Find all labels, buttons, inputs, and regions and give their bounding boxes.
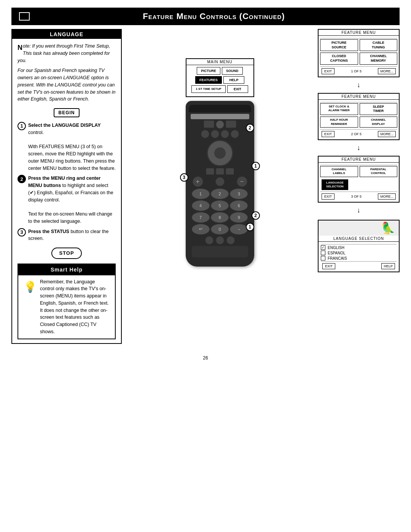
step-1-content: Select the LANGUAGE DISPLAY control. Wit… xyxy=(28,122,116,172)
overlay-num-3: 3 xyxy=(180,173,188,182)
menu-screen-1-content: PICTURESOURCE CABLETUNING CLOSEDCAPTIONS… xyxy=(319,36,399,77)
menu-divider-3b xyxy=(320,192,397,192)
remote-btn-2 xyxy=(226,120,236,128)
step-2: 2 Press the MENU ring and center MENU bu… xyxy=(18,175,116,225)
remote-vol-up: + xyxy=(193,176,203,187)
remote-num-3: 3 xyxy=(230,189,248,199)
remote-nav-ring xyxy=(207,140,233,166)
remote-top xyxy=(189,105,251,112)
remote-control: + − 1 2 3 4 5 6 7 8 xyxy=(186,101,254,267)
bird-decoration: 🦜 xyxy=(319,220,399,236)
arrow-down-1: ↓ xyxy=(318,81,400,89)
menu-divider-1a xyxy=(320,38,397,38)
menu-screen-1-footer: EXIT 1 OF 5 MORE... xyxy=(320,67,397,75)
overlay-num-2-top: 2 xyxy=(246,124,254,132)
step-3: 3 Press the STATUS button to clear the s… xyxy=(18,228,116,243)
menu-item-parental-control: PARENTALCONTROL xyxy=(360,166,398,177)
main-content: LANGUAGE Note: If you went through First… xyxy=(11,29,400,344)
drop-cap: N xyxy=(18,43,22,53)
divider-line-3a xyxy=(320,165,397,165)
language-selection-screen: 🦜 LANGUAGE SELECTION ENGLISH ESPANOL xyxy=(318,220,400,272)
remote-s-btn-2 xyxy=(216,168,224,175)
main-menu-btn-picture: PICTURE xyxy=(197,67,220,75)
menu-screen-1-row-2: CLOSEDCAPTIONS CHANNELMEMORY xyxy=(320,53,397,64)
remote-extra-btn xyxy=(226,236,235,244)
right-panel: FEATURE MENU PICTURESOURCE CABLETUNING C… xyxy=(318,29,400,272)
menu-2-page-num: 2 OF 5 xyxy=(351,132,362,136)
menu-screen-1: FEATURE MENU PICTURESOURCE CABLETUNING C… xyxy=(318,29,400,77)
menu-screen-3-row-2: LANGUAGESELECTION xyxy=(320,179,397,191)
main-menu-btn-exit: EXIT xyxy=(227,85,248,93)
note-text: Note: If you went through First Time Set… xyxy=(18,43,116,64)
left-panel-content: Note: If you went through First Time Set… xyxy=(12,39,121,343)
step-1-num: 1 xyxy=(18,122,26,130)
remote-num-6: 6 xyxy=(230,200,248,211)
lang-screen-footer: EXIT HELP xyxy=(321,262,397,270)
smart-help-content: 💡 Remember, the Language control only ma… xyxy=(18,275,115,339)
remote-small-btn-row xyxy=(189,168,251,175)
menu-divider-3a xyxy=(320,165,397,165)
step-2-num: 2 xyxy=(18,175,26,183)
remote-pip-btn xyxy=(216,236,224,244)
remote-s-btn-1 xyxy=(206,168,214,175)
remote-btn-row-2 xyxy=(189,130,251,138)
header-box xyxy=(19,12,30,21)
menu-screen-2: FEATURE MENU SET CLOCK &ALARM TIMER SLEE… xyxy=(318,93,400,140)
overlay-num-1-mid: 1 xyxy=(252,162,260,170)
menu-divider-1b xyxy=(320,66,397,67)
page-header: Feature Menu Controls (Continued) xyxy=(11,8,400,25)
spanish-french-text: For our Spanish and French speaking TV o… xyxy=(18,67,116,103)
remote-circle-btn-3 xyxy=(221,130,229,138)
main-menu-row-2: FEATURES HELP xyxy=(188,76,252,84)
menu-1-exit-btn: EXIT xyxy=(322,68,335,74)
smart-help-text: Remember, the Language control only make… xyxy=(40,278,110,335)
lightbulb-icon: 💡 xyxy=(24,279,37,295)
bird-icon: 🦜 xyxy=(381,221,395,235)
menu-screen-2-title: FEATURE MENU xyxy=(319,94,399,100)
remote-num-9: 9 xyxy=(230,212,248,223)
smart-help-title: Smart Help xyxy=(18,264,115,275)
remote-num-1: 1 xyxy=(192,189,210,199)
remote-bottom-row xyxy=(189,236,251,244)
menu-screen-3: FEATURE MENU CHANNELLABELS PARENTALCONTR… xyxy=(318,156,400,203)
remote-mute xyxy=(215,177,225,186)
menu-2-exit-btn: EXIT xyxy=(322,131,335,137)
lang-option-francais: FRANCAIS xyxy=(321,256,397,260)
lang-option-english: ENGLISH xyxy=(321,245,397,250)
menu-item-channel-memory: CHANNELMEMORY xyxy=(360,53,398,64)
main-menu-row-1: PICTURE SOUND xyxy=(188,67,252,75)
main-menu-btn-sound: SOUND xyxy=(222,67,243,75)
language-section-title: LANGUAGE xyxy=(12,30,121,39)
menu-item-channel-labels: CHANNELLABELS xyxy=(320,166,358,177)
lang-screen-inner: ENGLISH ESPANOL FRANCAIS EXIT xyxy=(319,242,399,272)
remote-pos-btn xyxy=(205,236,213,244)
main-menu-row-3: 1 ST TIME SETUP EXIT xyxy=(188,85,252,93)
menu-screen-3-content: CHANNELLABELS PARENTALCONTROL LANGUAGESE… xyxy=(319,163,399,202)
step-3-content: Press the STATUS button to clear the scr… xyxy=(28,228,116,243)
divider-line-b xyxy=(320,66,397,67)
menu-3-exit-btn: EXIT xyxy=(322,193,335,200)
lang-divider-line-2 xyxy=(321,261,397,262)
menu-3-page-num: 3 OF 5 xyxy=(351,195,362,198)
divider-line-3b xyxy=(320,192,397,192)
lang-label-francais: FRANCAIS xyxy=(328,256,347,260)
menu-screen-3-row-1: CHANNELLABELS PARENTALCONTROL xyxy=(320,166,397,177)
remote-numpad: 1 2 3 4 5 6 7 8 9 ↩ 0 → xyxy=(192,189,248,235)
lang-checkbox-francais xyxy=(321,256,325,260)
remote-num-2: 2 xyxy=(211,189,229,199)
menu-1-more-btn: MORE... xyxy=(378,68,396,74)
arrow-down-3: ↓ xyxy=(318,206,400,214)
lang-label-espanol: ESPANOL xyxy=(328,251,346,255)
menu-screen-3-title: FEATURE MENU xyxy=(319,157,399,163)
lang-divider xyxy=(321,244,397,244)
step-3-num: 3 xyxy=(18,228,26,236)
menu-screen-2-content: SET CLOCK &ALARM TIMER SLEEPTIMER HALF H… xyxy=(319,100,399,139)
page-number: 26 xyxy=(11,355,400,361)
lang-help-btn: HELP xyxy=(381,263,395,269)
remote-bottom-strip xyxy=(192,246,248,257)
stop-badge-container: STOP xyxy=(18,245,116,261)
main-menu-content: PICTURE SOUND FEATURES HELP 1 ST TIME SE… xyxy=(186,65,253,96)
menu-screen-3-footer: EXIT 3 OF 5 MORE... xyxy=(320,193,397,200)
remote-num-8: 8 xyxy=(211,212,229,223)
remote-vol-down: − xyxy=(237,176,247,187)
